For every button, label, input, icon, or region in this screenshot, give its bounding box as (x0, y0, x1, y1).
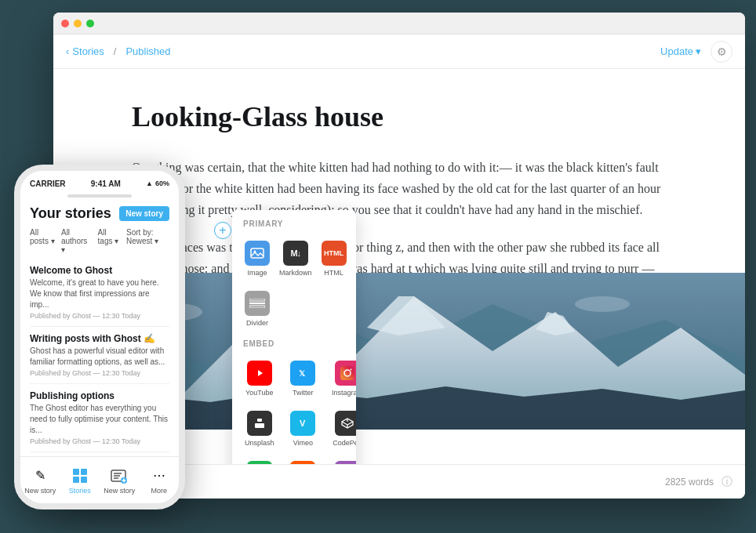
more-nav-icon: ⋯ (150, 466, 169, 485)
soundcloud-card-icon: ☁ (290, 461, 315, 464)
close-dot[interactable] (61, 20, 69, 27)
story-title: Writing posts with Ghost ✍ (30, 333, 169, 344)
list-item[interactable]: Publishing options The Ghost editor has … (30, 384, 169, 452)
list-item[interactable]: Writing posts with Ghost ✍ Ghost has a p… (30, 327, 169, 384)
twitter-card-label: Twitter (293, 389, 314, 397)
card-picker-plus-button[interactable]: + (214, 222, 231, 239)
filter-all-posts[interactable]: All posts ▾ (30, 228, 55, 254)
card-item-unsplash[interactable]: Unsplash (242, 404, 278, 451)
markdown-card-icon: M↓ (283, 241, 308, 266)
phone-notch (67, 194, 132, 198)
phone-carrier: CARRIER (30, 179, 66, 188)
spotify-card-icon (247, 461, 272, 464)
update-button[interactable]: Update ▾ (660, 45, 701, 57)
editor-nav-left: ‹ Stories / Published (66, 45, 171, 57)
update-arrow-icon: ▾ (696, 45, 701, 57)
divider-card-label: Divider (246, 319, 268, 327)
twitter-card-icon: 𝕏 (290, 361, 315, 386)
editor-nav-right: Update ▾ ⚙ (660, 41, 732, 63)
phone-time: 9:41 AM (91, 179, 121, 188)
svg-rect-23 (255, 423, 264, 428)
phone-header: Your stories New story (20, 199, 179, 228)
unsplash-card-label: Unsplash (245, 439, 274, 447)
card-item-html[interactable]: HTML HTML (318, 234, 350, 281)
story-excerpt: Welcome, it's great to have you here. We… (30, 277, 169, 310)
list-item[interactable]: Welcome to Ghost Welcome, it's great to … (30, 259, 169, 327)
primary-card-grid: Image M↓ Markdown HTML HTML (242, 234, 347, 332)
story-title: Welcome to Ghost (30, 265, 169, 276)
phone-status-icons: ▲ 60% (146, 179, 169, 187)
embed-section-label: EMBED (242, 339, 347, 348)
card-item-markdown[interactable]: M↓ Markdown (276, 234, 315, 281)
info-icon[interactable]: ⓘ (721, 475, 732, 489)
card-item-other[interactable]: ⋯ Other... (329, 455, 356, 464)
embed-card-grid: YouTube 𝕏 Twitter (242, 354, 347, 464)
new-story-2-nav-label: New story (104, 487, 135, 495)
maximize-dot[interactable] (86, 20, 94, 27)
stories-nav-icon (71, 466, 89, 485)
other-card-icon: ⋯ (335, 461, 356, 464)
svg-rect-22 (257, 419, 262, 422)
svg-rect-38 (81, 477, 87, 483)
primary-section-label: PRIMARY (242, 219, 347, 228)
svg-rect-18 (340, 366, 354, 380)
unsplash-card-icon (247, 411, 272, 436)
codepen-card-icon (335, 411, 356, 436)
phone-overlay: CARRIER 9:41 AM ▲ 60% Your stories New s… (14, 165, 185, 509)
phone-nav-new-story-2[interactable]: New story (100, 466, 140, 495)
filter-all-tags[interactable]: All tags ▾ (98, 228, 120, 254)
phone-new-story-button[interactable]: New story (119, 206, 169, 221)
html-card-icon: HTML (322, 241, 347, 266)
svg-point-20 (351, 369, 352, 371)
svg-rect-37 (73, 477, 79, 483)
back-to-stories-link[interactable]: ‹ Stories (66, 45, 104, 57)
divider-card-icon (245, 291, 270, 316)
phone-nav-stories[interactable]: Stories (60, 466, 100, 495)
markdown-card-label: Markdown (279, 269, 312, 277)
story-excerpt: The Ghost editor has everything you need… (30, 403, 169, 436)
html-card-label: HTML (324, 269, 343, 277)
story-meta: Published by Ghost — 12:30 Today (30, 312, 169, 320)
svg-point-6 (575, 296, 630, 312)
youtube-card-label: YouTube (245, 389, 273, 397)
filter-all-authors[interactable]: All authors ▾ (61, 228, 92, 254)
svg-text:V: V (300, 419, 306, 428)
card-item-codepen[interactable]: CodePen (329, 404, 356, 451)
svg-rect-35 (73, 469, 79, 475)
card-item-divider[interactable]: Divider (242, 285, 273, 332)
card-item-twitter[interactable]: 𝕏 Twitter (281, 354, 326, 401)
story-excerpt: Ghost has a powerful visual editor with … (30, 346, 169, 368)
browser-titlebar (53, 13, 745, 34)
editor-toolbar: ‹ Stories / Published Update ▾ ⚙ (53, 34, 745, 69)
nav-separator: / (114, 45, 117, 57)
filter-sort[interactable]: Sort by: Newest ▾ (126, 228, 169, 254)
more-nav-label: More (151, 487, 167, 495)
phone-bottom-nav: ✎ New story Stories (20, 456, 179, 503)
card-item-spotify[interactable]: Spotify (242, 455, 278, 464)
battery-icon: 60% (155, 179, 169, 187)
phone-nav-new-story[interactable]: ✎ New story (20, 466, 60, 495)
card-item-soundcloud[interactable]: ☁ SoundCloud (281, 455, 326, 464)
card-item-youtube[interactable]: YouTube (242, 354, 278, 401)
card-item-instagram[interactable]: Instagram (329, 354, 356, 401)
update-label: Update (660, 45, 693, 57)
back-chevron-icon: ‹ (66, 45, 69, 57)
wifi-icon: ▲ (146, 179, 153, 187)
card-item-image[interactable]: Image (242, 234, 273, 281)
instagram-card-icon (335, 361, 356, 386)
settings-icon[interactable]: ⚙ (711, 41, 732, 63)
svg-text:𝕏: 𝕏 (299, 369, 306, 378)
minimize-dot[interactable] (74, 20, 82, 27)
published-status-link[interactable]: Published (125, 45, 170, 57)
card-item-vimeo[interactable]: V Vimeo (281, 404, 326, 451)
stories-nav-label: Stories (69, 487, 91, 495)
instagram-card-label: Instagram (332, 389, 356, 397)
svg-rect-11 (249, 303, 265, 304)
svg-rect-36 (81, 469, 87, 475)
story-meta: Published by Ghost — 12:30 Today (30, 369, 169, 377)
word-count: 2825 words (665, 477, 714, 488)
phone-nav-more[interactable]: ⋯ More (140, 466, 180, 495)
phone-status-bar: CARRIER 9:41 AM ▲ 60% (20, 171, 179, 193)
new-story-2-nav-icon (110, 466, 129, 485)
story-title: Publishing options (30, 390, 169, 401)
